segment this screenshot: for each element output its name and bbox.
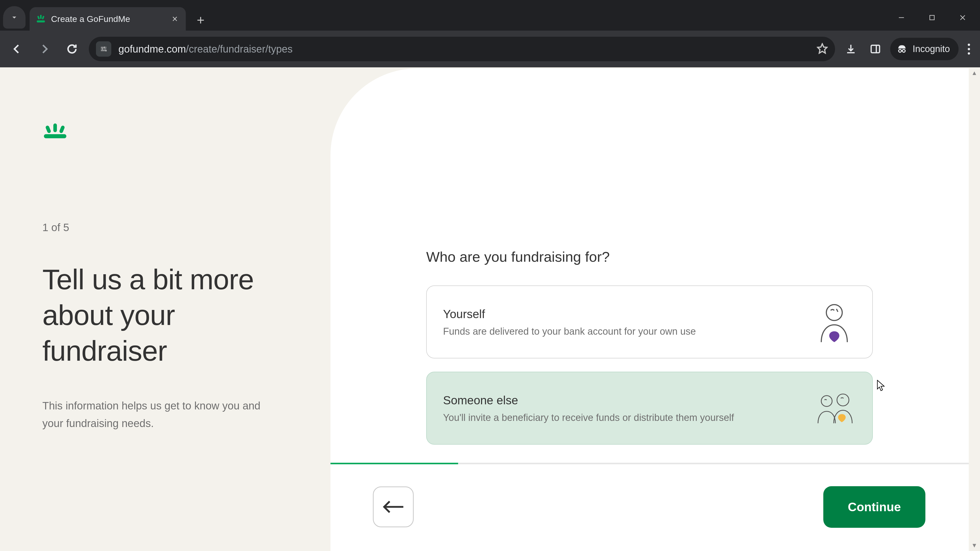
nav-back-button[interactable] bbox=[6, 38, 27, 60]
tab-title: Create a GoFundMe bbox=[51, 14, 130, 24]
incognito-indicator[interactable]: Incognito bbox=[890, 38, 959, 60]
back-button[interactable] bbox=[373, 486, 414, 527]
chevron-down-icon bbox=[10, 13, 19, 22]
nav-forward-button[interactable] bbox=[34, 38, 55, 60]
svg-point-14 bbox=[899, 49, 901, 52]
incognito-icon bbox=[896, 43, 907, 55]
progress-fill bbox=[331, 463, 458, 464]
continue-button[interactable]: Continue bbox=[823, 486, 925, 528]
gofundme-logo-icon bbox=[42, 124, 68, 139]
option-texts: Yourself Funds are delivered to your ban… bbox=[443, 307, 696, 337]
page-subhead: This information helps us get to know yo… bbox=[42, 397, 272, 432]
step-counter: 1 of 5 bbox=[42, 221, 303, 233]
svg-point-9 bbox=[102, 48, 103, 49]
tune-icon bbox=[100, 45, 108, 53]
page-headline: Tell us a bit more about your fundraiser bbox=[42, 262, 303, 369]
svg-rect-18 bbox=[53, 124, 57, 132]
window-close-button[interactable] bbox=[947, 7, 978, 28]
downloads-button[interactable] bbox=[841, 39, 861, 59]
option-someone-else-illustration-icon bbox=[813, 386, 856, 430]
panel-icon bbox=[870, 43, 881, 55]
arrow-left-icon bbox=[382, 499, 404, 515]
left-column: 1 of 5 Tell us a bit more about your fun… bbox=[42, 124, 303, 432]
scroll-down-icon[interactable]: ▼ bbox=[969, 540, 980, 551]
new-tab-button[interactable]: + bbox=[192, 11, 209, 29]
tab-search-button[interactable] bbox=[3, 6, 25, 29]
side-panel-button[interactable] bbox=[865, 39, 885, 59]
window-minimize-button[interactable] bbox=[886, 7, 917, 28]
option-yourself[interactable]: Yourself Funds are delivered to your ban… bbox=[426, 286, 873, 359]
svg-rect-12 bbox=[871, 45, 880, 52]
star-icon bbox=[817, 43, 828, 54]
svg-point-15 bbox=[902, 49, 905, 52]
page-viewport: 1 of 5 Tell us a bit more about your fun… bbox=[0, 67, 980, 551]
svg-rect-16 bbox=[44, 134, 66, 138]
download-icon bbox=[845, 43, 856, 55]
option-title: Yourself bbox=[443, 307, 696, 321]
svg-rect-0 bbox=[37, 21, 45, 22]
svg-rect-5 bbox=[930, 15, 934, 20]
incognito-label: Incognito bbox=[913, 44, 950, 54]
option-desc: You'll invite a beneficiary to receive f… bbox=[443, 412, 734, 423]
option-yourself-illustration-icon bbox=[813, 300, 856, 344]
svg-point-10 bbox=[105, 50, 107, 51]
nav-reload-button[interactable] bbox=[61, 38, 83, 60]
svg-point-8 bbox=[104, 47, 105, 48]
scroll-track[interactable] bbox=[970, 79, 979, 540]
footer-bar: Continue bbox=[331, 463, 969, 551]
option-desc: Funds are delivered to your bank account… bbox=[443, 326, 696, 337]
option-someone-else[interactable]: Someone else You'll invite a beneficiary… bbox=[426, 372, 873, 445]
svg-rect-2 bbox=[40, 15, 41, 19]
browser-menu-button[interactable] bbox=[964, 41, 974, 58]
address-bar[interactable]: gofundme.com/create/fundraiser/types bbox=[89, 37, 835, 61]
window-maximize-button[interactable] bbox=[917, 7, 947, 28]
bookmark-button[interactable] bbox=[817, 43, 828, 55]
svg-rect-19 bbox=[59, 125, 65, 133]
option-title: Someone else bbox=[443, 393, 734, 407]
url-path: /create/fundraiser/types bbox=[186, 43, 293, 55]
url-host: gofundme.com bbox=[118, 43, 186, 55]
svg-rect-3 bbox=[42, 16, 45, 19]
tabstrip: Create a GoFundMe × + bbox=[0, 0, 209, 30]
svg-rect-17 bbox=[45, 125, 51, 133]
svg-point-20 bbox=[826, 305, 842, 321]
right-column: Who are you fundraising for? Yourself Fu… bbox=[426, 248, 873, 458]
site-info-button[interactable] bbox=[96, 41, 111, 57]
gofundme-favicon-icon bbox=[36, 14, 46, 24]
svg-point-21 bbox=[821, 395, 832, 407]
tab-close-button[interactable]: × bbox=[171, 13, 179, 25]
window-controls bbox=[886, 0, 980, 30]
vertical-scrollbar[interactable]: ▲ ▼ bbox=[969, 67, 980, 551]
browser-toolbar: gofundme.com/create/fundraiser/types Inc… bbox=[0, 30, 980, 67]
gofundme-logo[interactable] bbox=[42, 124, 303, 140]
option-texts: Someone else You'll invite a beneficiary… bbox=[443, 393, 734, 423]
url-text: gofundme.com/create/fundraiser/types bbox=[118, 43, 810, 55]
mouse-cursor-icon bbox=[877, 380, 885, 391]
chrome-window: Create a GoFundMe × + gofundme.com/creat… bbox=[0, 0, 980, 551]
question-heading: Who are you fundraising for? bbox=[426, 248, 873, 265]
svg-point-22 bbox=[837, 394, 849, 406]
browser-tab[interactable]: Create a GoFundMe × bbox=[30, 7, 186, 30]
svg-marker-11 bbox=[818, 44, 827, 53]
toolbar-right: Incognito bbox=[841, 38, 974, 60]
titlebar: Create a GoFundMe × + bbox=[0, 0, 980, 30]
scroll-up-icon[interactable]: ▲ bbox=[969, 67, 980, 79]
svg-rect-1 bbox=[37, 16, 40, 19]
